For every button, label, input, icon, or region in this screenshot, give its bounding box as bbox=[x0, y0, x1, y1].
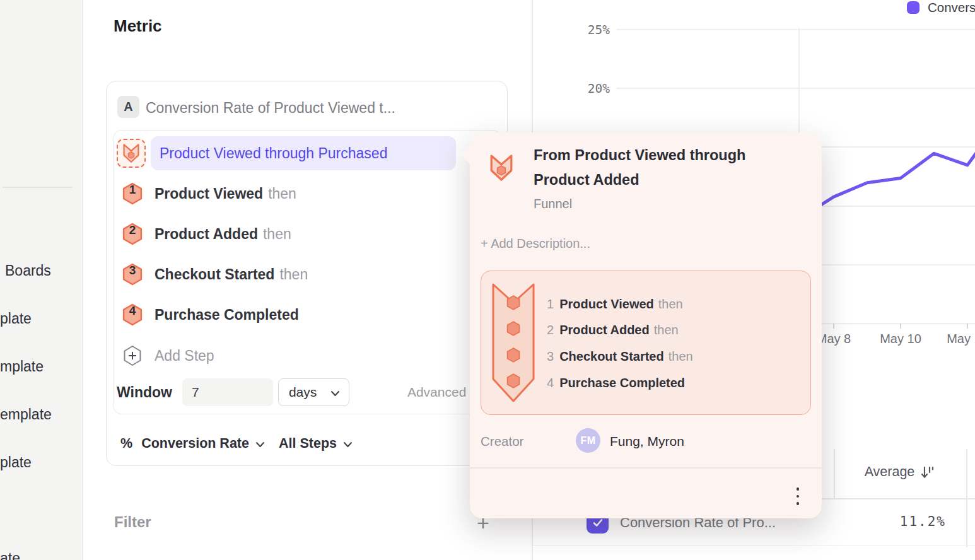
sidebar-item-template2[interactable]: mplate bbox=[0, 358, 44, 375]
sidebar-divider bbox=[3, 187, 73, 188]
metric-card: A Conversion Rate of Product Viewed t...… bbox=[106, 81, 508, 466]
popover-divider bbox=[470, 467, 822, 469]
sort-descending-icon bbox=[920, 465, 935, 479]
popover-step-4-name: Purchase Completed bbox=[559, 376, 685, 390]
series-row-average-value: 11.2% bbox=[840, 514, 946, 529]
step-3-name: Checkout Started bbox=[155, 266, 274, 283]
steps-scope-select[interactable]: All Steps bbox=[279, 436, 337, 452]
more-options-kebab-menu[interactable] bbox=[785, 481, 810, 511]
sidebar: Boards plate mplate emplate plate ate bbox=[0, 0, 83, 560]
popover-step-1: 1 Product Viewed then bbox=[547, 295, 683, 313]
step-4-hexagon-badge: 4 bbox=[121, 302, 144, 327]
funnel-steps-box: Product Viewed through Purchased 1 Produ… bbox=[113, 130, 501, 414]
sidebar-item-template4[interactable]: plate bbox=[0, 454, 32, 471]
step-1-name: Product Viewed bbox=[155, 185, 263, 202]
funnel-step-2[interactable]: 2 Product Added then bbox=[121, 221, 487, 247]
creator-label: Creator bbox=[481, 434, 523, 449]
step-1-then: then bbox=[268, 185, 296, 202]
popover-metric-type: Funnel bbox=[534, 197, 572, 211]
funnel-banner-icon bbox=[491, 283, 535, 404]
window-unit-select[interactable]: days bbox=[278, 378, 349, 406]
filter-section-title: Filter bbox=[114, 513, 151, 531]
popover-step-4-number: 4 bbox=[547, 376, 554, 390]
selected-funnel-step[interactable]: Product Viewed through Purchased bbox=[151, 136, 456, 170]
funnel-step-4[interactable]: 4 Purchase Completed bbox=[121, 302, 487, 327]
step-2-then: then bbox=[263, 226, 291, 243]
y-tick-25: 25% bbox=[569, 23, 610, 37]
funnel-icon bbox=[122, 143, 140, 163]
metric-series-name[interactable]: Conversion Rate of Product Viewed t... bbox=[146, 100, 395, 117]
popover-step-2-name: Product Added bbox=[559, 323, 650, 337]
conversion-window-row: Window days Advanced bbox=[117, 378, 495, 406]
step-2-name: Product Added bbox=[155, 226, 258, 243]
funnel-details-popover: From Product Viewed through Product Adde… bbox=[470, 132, 822, 518]
step-2-hexagon-badge: 2 bbox=[121, 221, 144, 247]
advanced-toggle[interactable]: Advanced bbox=[407, 385, 466, 400]
popover-title: From Product Viewed through Product Adde… bbox=[534, 143, 798, 192]
step-1-number: 1 bbox=[121, 183, 144, 197]
window-label: Window bbox=[117, 384, 172, 401]
add-step-label: Add Step bbox=[155, 347, 214, 365]
table-column-divider bbox=[834, 449, 835, 498]
table-row-border bbox=[532, 545, 975, 545]
checkmark-icon bbox=[592, 518, 604, 528]
popover-step-1-then: then bbox=[658, 297, 683, 312]
average-header-label: Average bbox=[865, 464, 915, 480]
add-step-button[interactable]: Add Step bbox=[121, 343, 310, 368]
step-3-hexagon-badge: 3 bbox=[121, 262, 144, 287]
y-tick-20: 20% bbox=[569, 81, 610, 96]
popover-step-4: 4 Purchase Completed bbox=[547, 373, 689, 392]
legend-label: Conversion Rate bbox=[928, 0, 975, 15]
x-axis-ticks bbox=[834, 324, 967, 329]
popover-step-1-name: Product Viewed bbox=[559, 297, 654, 312]
average-column-header[interactable]: Average bbox=[840, 464, 960, 480]
funnel-metric-icon[interactable] bbox=[117, 139, 146, 168]
step-4-number: 4 bbox=[121, 304, 144, 318]
measure-type-select[interactable]: Conversion Rate bbox=[141, 436, 249, 452]
step-3-number: 3 bbox=[121, 264, 144, 277]
step-2-number: 2 bbox=[121, 223, 144, 237]
chevron-down-icon bbox=[330, 390, 340, 397]
popover-step-3-number: 3 bbox=[547, 349, 554, 364]
popover-step-2-number: 2 bbox=[547, 323, 554, 337]
popover-step-3-then: then bbox=[668, 349, 693, 364]
popover-funnel-summary-box: 1 Product Viewed then 2 Product Added th… bbox=[481, 271, 811, 415]
window-unit-value: days bbox=[289, 385, 317, 400]
legend-swatch bbox=[907, 1, 920, 14]
popover-step-3: 3 Checkout Started then bbox=[547, 347, 693, 366]
metric-section-title: Metric bbox=[114, 16, 162, 36]
add-description-button[interactable]: + Add Description... bbox=[481, 236, 590, 251]
window-value-input[interactable] bbox=[182, 378, 273, 406]
x-tick-may12: May 12 bbox=[939, 332, 975, 346]
popover-step-3-name: Checkout Started bbox=[559, 349, 664, 364]
step-4-name: Purchase Completed bbox=[155, 306, 299, 324]
conversion-rate-line bbox=[800, 151, 975, 218]
funnel-step-1[interactable]: 1 Product Viewed then bbox=[121, 181, 487, 206]
funnel-step-3[interactable]: 3 Checkout Started then bbox=[121, 262, 487, 287]
creator-avatar: FM bbox=[576, 428, 600, 453]
series-letter-badge: A bbox=[117, 96, 139, 118]
chart-legend[interactable]: Conversion Rate bbox=[907, 0, 975, 15]
popover-step-2: 2 Product Added then bbox=[547, 320, 679, 339]
chevron-down-icon[interactable] bbox=[343, 441, 353, 448]
add-step-hexagon-icon bbox=[121, 343, 144, 368]
creator-name: Fung, Myron bbox=[610, 434, 684, 449]
percent-icon: % bbox=[120, 436, 132, 452]
step-3-then: then bbox=[279, 266, 308, 283]
sidebar-item-template1[interactable]: plate bbox=[0, 310, 32, 327]
sidebar-item-template5[interactable]: ate bbox=[0, 550, 20, 560]
chevron-down-icon[interactable] bbox=[255, 441, 265, 448]
popover-step-1-number: 1 bbox=[547, 297, 554, 312]
step-1-hexagon-badge: 1 bbox=[121, 181, 144, 206]
funnel-icon-large bbox=[489, 153, 513, 182]
popover-step-2-then: then bbox=[654, 323, 679, 337]
measure-row: % Conversion Rate All Steps bbox=[120, 433, 493, 454]
sidebar-item-template3[interactable]: emplate bbox=[0, 406, 52, 423]
sidebar-item-boards[interactable]: Boards bbox=[5, 262, 51, 279]
x-tick-may10: May 10 bbox=[872, 332, 929, 346]
